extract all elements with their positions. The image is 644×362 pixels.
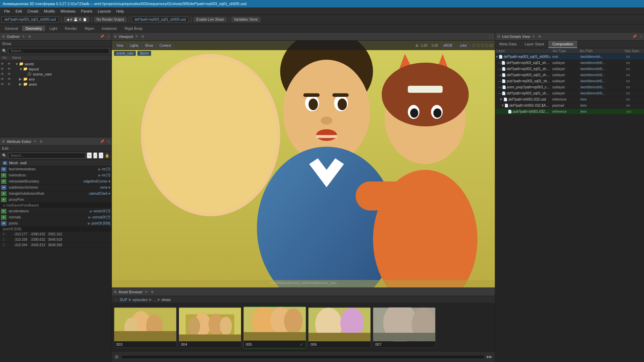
tab-instancer[interactable]: Instancer (98, 26, 120, 31)
viewport-add-btn[interactable]: ⊕ (141, 35, 144, 38)
attr-up-btn[interactable]: ↑ (99, 152, 103, 158)
vis-icon-scene-cam[interactable]: 👁 (1, 72, 7, 76)
variables-btn[interactable]: Variables: None (232, 17, 260, 22)
gear-icon-asset[interactable]: ⚙ (115, 354, 119, 360)
nav-back-icon[interactable]: ← (115, 298, 118, 302)
arrow-layout[interactable]: ▼ (19, 67, 23, 71)
attr-row-proxy[interactable]: F proxyPrim (0, 197, 112, 203)
attr-pin-icon[interactable]: 📌 (100, 140, 104, 143)
attr-add-row-btn[interactable]: + (87, 152, 92, 158)
vis-icon-env[interactable]: 👁 (1, 77, 7, 81)
usd-add-btn[interactable]: ⊕ (538, 35, 541, 38)
attr-expand-icon[interactable]: □ (107, 140, 109, 143)
tab-general[interactable]: General (1, 26, 21, 31)
render-btn[interactable]: No Render Output (94, 17, 126, 22)
tree-item-world[interactable]: 👁 👁 ▼ 📁 world (0, 61, 112, 66)
menu-create[interactable]: Create (25, 8, 41, 14)
asset-card-004[interactable]: 004 (179, 307, 241, 348)
asset-close-x[interactable]: ✕ (145, 290, 147, 294)
attr-add-btn[interactable]: ⊕ (40, 140, 42, 143)
asset-card-006[interactable]: 006 (308, 307, 371, 348)
asset-add-btn[interactable]: ⊕ (151, 290, 154, 294)
vp-menu-lights[interactable]: Lights (127, 43, 141, 48)
attr-row-points[interactable]: W points ▶ point3f [938] (0, 220, 112, 227)
usd-tab-metadata[interactable]: Meta Data (495, 41, 521, 48)
usd-row-scene[interactable]: — 📄 def?path=ep003_sq01_sh005.SCENE_L...… (495, 60, 644, 66)
menu-help[interactable]: Help (114, 8, 127, 14)
tab-geometry[interactable]: Geometry (22, 26, 45, 31)
arrow-world[interactable]: ▼ (15, 62, 19, 66)
usd-row-dyna[interactable]: — 📄 def?path=ep003_sq01_sh005.dyna... su… (495, 72, 644, 78)
attr-row-subdiv[interactable]: W subdivisionScheme none ▾ (0, 185, 112, 191)
vp-render-btn[interactable]: sRGB (441, 43, 455, 48)
usd-row-root[interactable]: ▼ 📄 def?path=ep003_sq01_sh005.usd root /… (495, 54, 644, 60)
toolbar-icons[interactable]: ◀ ⊕ 💾 ⚙ 📋 (64, 17, 89, 22)
outliner-pin-icon[interactable]: 📌 (100, 35, 104, 38)
vis2-icon-layout[interactable]: 👁 (7, 67, 14, 71)
attr-search-input[interactable] (8, 153, 85, 158)
arrow-env[interactable]: ▶ (19, 77, 23, 81)
viewport-fullscreen-icon[interactable]: ⛶ (489, 35, 493, 38)
tab-rigidbody[interactable]: Rigid Body (121, 26, 146, 31)
vp-menu-view[interactable]: View (114, 43, 126, 48)
vp-menu-show[interactable]: Show (142, 43, 156, 48)
attr-close-x[interactable]: ✕ (34, 140, 36, 143)
menu-windows[interactable]: Windows (58, 8, 78, 14)
vis-icon-world[interactable]: 👁 (1, 62, 7, 66)
menu-modify[interactable]: Modify (41, 8, 58, 14)
usd-row-animprep[interactable]: — 📄 anim_prep?path=ep003_sq01_sh0... sub… (495, 84, 644, 90)
vis-icon-anim[interactable]: 👁 (1, 82, 7, 86)
asset-card-003[interactable]: 003 (114, 307, 177, 348)
vis2-icon-anim[interactable]: 👁 (7, 82, 14, 86)
viewport-close-x[interactable]: ✕ (135, 35, 138, 38)
vp-menu-context[interactable]: Context (157, 43, 173, 48)
menu-panels[interactable]: Panels (78, 8, 95, 14)
outliner-expand-icon[interactable]: □ (107, 35, 109, 38)
usd-pin-icon[interactable]: 📌 (632, 35, 637, 38)
tree-item-anim[interactable]: 👁 👁 ▶ 📁 anim (0, 82, 112, 87)
usd-row-ref[interactable]: ▼ 📄 def?path=sh001-032.usd reference /en… (495, 97, 644, 103)
tab-light[interactable]: Light (46, 26, 61, 31)
tab-render[interactable]: Render (61, 26, 80, 31)
attr-row-fvi[interactable]: W faceVertexIndices ▶ int [7] (0, 166, 112, 172)
vp-icon-2[interactable]: ⬡ (477, 43, 480, 48)
usd-row-model[interactable]: 📄 pub?path=sh001-032.model.us... referen… (495, 109, 644, 115)
usd-row-anim[interactable]: — 📄 pub?path=ep003_sq01_sh005.anim... su… (495, 78, 644, 84)
usd-row-clean[interactable]: — 📄 def?path=ep003_sq01_sh005.clean... s… (495, 66, 644, 72)
scroll-right-icon[interactable]: ▶▶ (487, 355, 492, 359)
attr-lock-icon[interactable]: 🔒 (105, 153, 109, 158)
vp-icon-5[interactable]: ⊡ (490, 43, 493, 48)
menu-edit[interactable]: Edit (13, 8, 25, 14)
attr-row-trisubdiv[interactable]: F triangleSubdivisionRule catmullClark ▾ (0, 191, 112, 197)
vis-icon-layout[interactable]: 👁 (1, 67, 7, 71)
vis2-icon-scene-cam[interactable]: 👁 (7, 72, 14, 76)
attr-minus-row-btn[interactable]: - (93, 152, 97, 158)
usd-row-layout[interactable]: — 📄 def?path=ep003_sq01_sh005.layout... … (495, 90, 644, 97)
usd-close-x[interactable]: ✕ (532, 35, 535, 38)
usd-tab-composition[interactable]: Composition (548, 41, 577, 48)
menu-file[interactable]: File (1, 8, 13, 14)
outliner-close-x[interactable]: ✕ (22, 35, 25, 38)
tree-item-env[interactable]: 👁 👁 ▶ 📁 env (0, 77, 112, 82)
vp-icon-3[interactable]: ⬡ (481, 43, 484, 48)
usd-row-payload[interactable]: ▼ 📄 def?path=sh001-032.$ASSET_PAYL... pa… (495, 103, 644, 109)
outliner-add-btn[interactable]: ⊕ (28, 35, 31, 38)
vp-icon-1[interactable]: ⬡ (472, 43, 476, 48)
tab-wgen[interactable]: Wgen (81, 26, 98, 31)
asset-card-005[interactable]: 005 ✓ (243, 306, 306, 348)
breadcrumb-episodes[interactable]: episodes (133, 298, 148, 302)
vp-icon-4[interactable]: ⬡ (485, 43, 489, 48)
tree-item-scene-cam[interactable]: 👁 👁 🎥 scene_cam (0, 71, 112, 77)
vis2-icon-world[interactable]: 👁 (7, 62, 14, 66)
attr-row-interp[interactable]: F interpolateBoundary edgeAndCorner ▾ (0, 178, 112, 185)
vis2-icon-env[interactable]: 👁 (7, 77, 14, 81)
usd-expand-icon[interactable]: □ (640, 35, 642, 38)
asset-card-007[interactable]: 007 (373, 307, 436, 348)
vp-engine-select[interactable]: Storm (137, 51, 151, 56)
viewport[interactable]: View Lights Show Context ⊞ 1.00 0.00 sRG… (112, 41, 495, 288)
tree-item-layout[interactable]: 👁 👁 ▼ 📁 layout (0, 66, 112, 71)
liveshare-btn[interactable]: Enable Live Share (194, 17, 226, 22)
usd-tab-layerstack[interactable]: Layer Stack (521, 41, 548, 48)
menu-layouts[interactable]: Layouts (95, 8, 114, 14)
vp-color-btn[interactable]: color (457, 43, 469, 48)
